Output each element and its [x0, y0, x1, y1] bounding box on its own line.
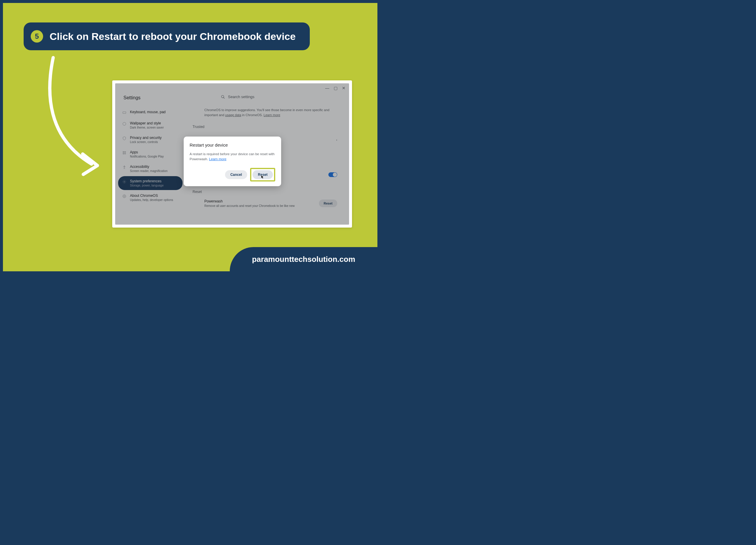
- cursor-icon: [260, 175, 265, 179]
- screenshot-frame: — ▢ ✕ Settings Search settings Keyboard,…: [112, 80, 352, 227]
- step-instruction: Click on Restart to reboot your Chromebo…: [50, 31, 296, 42]
- dialog-learn-more-link[interactable]: Learn more: [209, 157, 227, 161]
- dialog-actions: Cancel Reset: [190, 168, 275, 181]
- step-banner: 5 Click on Restart to reboot your Chrome…: [24, 22, 310, 50]
- restart-confirm-button[interactable]: Reset: [252, 170, 273, 179]
- restart-dialog: Restart your device A restart is require…: [184, 136, 281, 186]
- footer-url: paramounttechsolution.com: [252, 255, 355, 264]
- step-number-badge: 5: [31, 30, 43, 43]
- tutorial-canvas: 5 Click on Restart to reboot your Chrome…: [3, 3, 377, 271]
- footer-branding: paramounttechsolution.com: [230, 247, 377, 271]
- dialog-body: A restart is required before your device…: [190, 152, 275, 162]
- arrow-indicator: [44, 55, 103, 182]
- reset-button-highlight: Reset: [250, 168, 275, 181]
- chromeos-settings-window: — ▢ ✕ Settings Search settings Keyboard,…: [115, 83, 349, 224]
- dialog-title: Restart your device: [190, 142, 275, 147]
- cancel-button[interactable]: Cancel: [225, 170, 247, 179]
